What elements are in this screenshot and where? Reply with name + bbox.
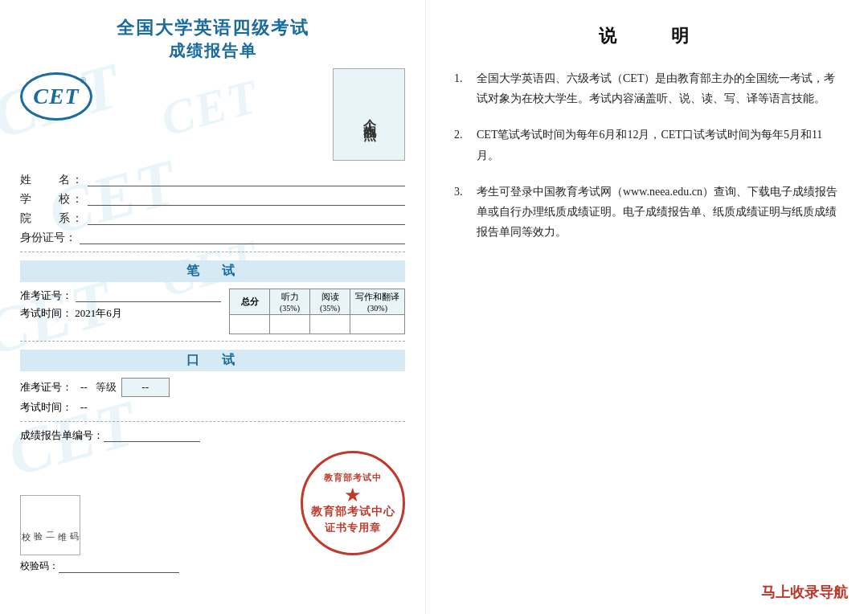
official-stamp: 教育部考试中 ★ 教育部考试中心 证书专用章 <box>301 451 405 555</box>
qr-section: 校验二维码 <box>20 495 80 555</box>
listening-header: 听力(35%) <box>270 289 310 315</box>
written-time-label: 考试时间： <box>20 307 72 319</box>
id-field-row: 身份证号： <box>20 231 405 245</box>
instruction-text-3: 考生可登录中国教育考试网（www.neea.edu.cn）查询、下载电子成绩报告… <box>477 182 840 243</box>
score-table: 总分 听力(35%) 阅读(35%) 写作和翻译(30%) <box>229 289 405 334</box>
report-number-label: 成绩报告单编号： <box>20 428 104 443</box>
name-field-row: 姓 名： <box>20 173 405 187</box>
instruction-text-1: 全国大学英语四、六级考试（CET）是由教育部主办的全国统一考试，考试对象为在校大… <box>477 68 840 108</box>
written-id-label: 准考证号： <box>20 289 72 303</box>
verify-label: 校验码： <box>20 559 59 573</box>
oral-id-row: 准考证号： -- 等级 -- <box>20 378 405 397</box>
qr-label: 校验二维码 <box>20 525 80 526</box>
instruction-num-1: 1. <box>454 68 470 108</box>
grade-value: -- <box>141 381 149 394</box>
oral-header: 口 试 <box>20 350 405 371</box>
score-value-row <box>230 315 405 334</box>
oral-time-value: -- <box>80 401 88 414</box>
divider-2 <box>20 341 405 342</box>
photo-box: 个人靓照 <box>333 68 405 161</box>
bottom-brand: 马上收录导航 <box>761 583 848 602</box>
writing-value <box>350 315 405 334</box>
cet-logo-circle: ® CET <box>20 72 92 121</box>
oral-id-value: -- <box>80 381 88 394</box>
cert-header: ® CET 个人靓照 <box>20 68 405 161</box>
oral-time-label: 考试时间： <box>20 400 72 415</box>
oral-time-row: 考试时间： -- <box>20 400 405 415</box>
school-value <box>88 193 405 206</box>
oral-section: 口 试 准考证号： -- 等级 -- 考试时间： -- <box>20 350 405 415</box>
stamp-star: ★ <box>344 485 362 505</box>
written-time-row: 考试时间： 2021年6月 <box>20 306 221 321</box>
report-number-row: 成绩报告单编号： <box>20 428 405 443</box>
photo-label: 个人靓照 <box>361 108 378 121</box>
grade-value-box: -- <box>121 378 170 397</box>
written-section: 笔 试 准考证号： 考试时间： 2021年6月 总分 <box>20 260 405 334</box>
written-row: 准考证号： 考试时间： 2021年6月 总分 听力(35%) 阅读(35%) <box>20 289 405 334</box>
cet-logo: ® CET <box>20 72 92 121</box>
instruction-text-2: CET笔试考试时间为每年6月和12月，CET口试考试时间为每年5月和11月。 <box>477 125 840 165</box>
reading-header: 阅读(35%) <box>310 289 350 315</box>
score-table-container: 总分 听力(35%) 阅读(35%) 写作和翻译(30%) <box>229 289 405 334</box>
instructions-panel: 说 明 1. 全国大学英语四、六级考试（CET）是由教育部主办的全国统一考试，考… <box>426 0 868 614</box>
verify-row: 校验码： <box>20 559 405 573</box>
score-header-row: 总分 听力(35%) 阅读(35%) 写作和翻译(30%) <box>230 289 405 315</box>
report-number-value <box>104 429 200 442</box>
id-value <box>80 231 405 244</box>
instruction-num-3: 3. <box>454 182 470 243</box>
instruction-item-2: 2. CET笔试考试时间为每年6月和12月，CET口试考试时间为每年5月和11月… <box>454 125 840 165</box>
school-field-row: 学 校： <box>20 192 405 207</box>
written-id-row: 准考证号： <box>20 289 221 303</box>
qr-box: 校验二维码 <box>20 495 80 555</box>
cert-content: 全国大学英语四级考试 成绩报告单 ® CET 个人靓照 姓 名： 学 校： <box>20 16 405 573</box>
school-label: 学 校： <box>20 192 84 207</box>
certificate-panel: CET CET CET CET CET CET 全国大学英语四级考试 成绩报告单… <box>0 0 426 614</box>
name-value <box>88 174 405 186</box>
total-value <box>230 315 270 334</box>
listening-value <box>270 315 310 334</box>
cet-logo-text: CET <box>33 84 79 109</box>
verify-value <box>59 560 179 573</box>
written-header: 笔 试 <box>20 260 405 282</box>
divider-1 <box>20 252 405 252</box>
cert-title-main: 全国大学英语四级考试 <box>20 16 405 40</box>
registered-mark: ® <box>80 76 86 85</box>
id-label: 身份证号： <box>20 231 76 245</box>
total-header: 总分 <box>230 289 270 315</box>
stamp-top: 教育部考试中 <box>324 472 382 484</box>
written-left: 准考证号： 考试时间： 2021年6月 <box>20 289 221 321</box>
written-time-value: 2021年6月 <box>75 307 122 319</box>
cert-bottom: 校验二维码 教育部考试中 ★ 教育部考试中心 证书专用章 <box>20 451 405 555</box>
instructions-title: 说 明 <box>454 24 840 48</box>
dept-label: 院 系： <box>20 211 84 226</box>
grade-label: 等级 <box>96 380 117 395</box>
oral-id-label: 准考证号： <box>20 380 72 395</box>
reading-value <box>310 315 350 334</box>
name-label: 姓 名： <box>20 173 84 187</box>
instruction-num-2: 2. <box>454 125 470 165</box>
cert-title: 全国大学英语四级考试 成绩报告单 <box>20 16 405 62</box>
divider-3 <box>20 421 405 422</box>
writing-header: 写作和翻译(30%) <box>350 289 405 315</box>
oral-grade-box: 等级 -- <box>96 378 170 397</box>
dept-value <box>88 212 405 225</box>
dept-field-row: 院 系： <box>20 211 405 226</box>
stamp-main: 教育部考试中心 <box>311 505 395 519</box>
instruction-item-1: 1. 全国大学英语四、六级考试（CET）是由教育部主办的全国统一考试，考试对象为… <box>454 68 840 108</box>
written-id-value <box>76 289 221 302</box>
cert-title-sub: 成绩报告单 <box>20 40 405 62</box>
stamp-sub: 证书专用章 <box>325 521 381 535</box>
instruction-item-3: 3. 考生可登录中国教育考试网（www.neea.edu.cn）查询、下载电子成… <box>454 182 840 243</box>
